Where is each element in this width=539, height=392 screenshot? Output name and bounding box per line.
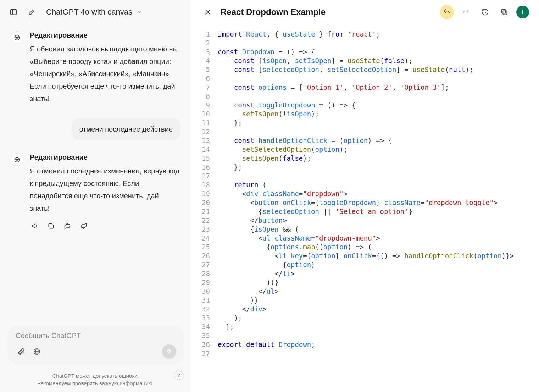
history-icon: [481, 8, 489, 16]
code-line[interactable]: const handleOptionClick = (option) => {: [218, 136, 514, 145]
svg-rect-0: [11, 10, 17, 15]
message-actions: [30, 221, 180, 231]
line-number: 20: [191, 198, 210, 207]
canvas-panel: React Dropdown Example T 123⌄456789⌄1011…: [191, 0, 539, 392]
code-line[interactable]: <ul className="dropdown-menu">: [218, 234, 514, 243]
code-line[interactable]: [218, 39, 514, 48]
code-line[interactable]: {option}: [218, 260, 514, 269]
code-line[interactable]: setSelectedOption(option);: [218, 145, 514, 154]
panel-icon: [10, 8, 17, 16]
model-picker[interactable]: ChatGPT 4o with canvas: [44, 7, 145, 17]
copy-message-button[interactable]: [46, 221, 56, 231]
copy-canvas-button[interactable]: [497, 5, 511, 19]
line-number: 35: [191, 331, 210, 340]
redo-icon: [462, 8, 470, 16]
line-number: 6: [191, 74, 210, 83]
chat-scroll[interactable]: Редактирование Я обновил заголовок выпад…: [0, 24, 191, 321]
line-number: 16: [191, 163, 210, 172]
web-button[interactable]: [30, 345, 43, 358]
code-line[interactable]: };: [218, 163, 514, 172]
code-line[interactable]: const Dropdown = () => {: [218, 48, 514, 56]
line-number: 12: [191, 127, 210, 136]
code-line[interactable]: const [selectedOption, setSelectedOption…: [218, 65, 514, 74]
copy-icon: [48, 222, 55, 230]
line-number: 14: [191, 145, 210, 154]
code-line[interactable]: )}: [218, 296, 514, 305]
line-number: 19: [191, 189, 210, 198]
code-line[interactable]: ))}: [218, 278, 514, 287]
line-number: 7: [191, 83, 210, 92]
line-number: 25: [191, 243, 210, 252]
line-number: 5: [191, 65, 210, 74]
line-number: 4: [191, 56, 210, 65]
question-icon: ?: [177, 372, 180, 378]
code-line[interactable]: </button>: [218, 216, 514, 225]
code-editor[interactable]: 123⌄456789⌄10111213⌄14151617181920212223…: [191, 24, 539, 392]
code-line[interactable]: <button onClick={toggleDropdown} classNa…: [218, 198, 514, 207]
line-number: 27: [191, 260, 210, 269]
line-number: 36: [191, 340, 210, 349]
code-line[interactable]: <li key={option} onClick={() => handleOp…: [218, 252, 514, 260]
line-number: 15: [191, 154, 210, 163]
disclaimer-line-2: Рекомендуем проверять важную информацию.: [14, 380, 177, 387]
user-avatar[interactable]: T: [516, 6, 529, 18]
code-line[interactable]: </div>: [218, 305, 514, 314]
model-label: ChatGPT 4o with canvas: [46, 7, 132, 17]
thumbs-up-button[interactable]: [62, 221, 72, 231]
assistant-message-title: Редактирование: [30, 153, 180, 161]
code-line[interactable]: {options.map((option) => (: [218, 243, 514, 252]
attach-button[interactable]: [15, 345, 28, 358]
history-button[interactable]: [478, 5, 492, 19]
chevron-down-icon: [135, 9, 143, 15]
code-line[interactable]: export default Dropdown;: [218, 340, 514, 349]
code-line[interactable]: </li>: [218, 269, 514, 278]
code-line[interactable]: const options = ['Option 1', 'Option 2',…: [218, 83, 514, 92]
code-line[interactable]: [218, 74, 514, 83]
disclaimer: ChatGPT может допускать ошибки. Рекоменд…: [0, 369, 191, 392]
svg-rect-14: [502, 10, 506, 13]
canvas-title: React Dropdown Example: [221, 7, 433, 17]
send-button[interactable]: [162, 344, 176, 359]
code-line[interactable]: {isOpen && (: [218, 225, 514, 234]
help-button[interactable]: ?: [174, 371, 183, 380]
thumbs-down-button[interactable]: [79, 221, 89, 231]
code-line[interactable]: };: [218, 322, 514, 331]
code-line[interactable]: </ul>: [218, 287, 514, 296]
code-line[interactable]: {selectedOption || 'Select an option'}: [218, 207, 514, 216]
new-chat-button[interactable]: [26, 6, 38, 18]
close-canvas-button[interactable]: [201, 6, 214, 18]
composer-input[interactable]: [15, 331, 176, 340]
disclaimer-line-1: ChatGPT может допускать ошибки.: [14, 372, 177, 380]
code-line[interactable]: <div className="dropdown">: [218, 189, 514, 198]
line-number: 29: [191, 278, 210, 287]
arrow-up-icon: [166, 348, 173, 355]
sidebar-toggle-button[interactable]: [7, 6, 20, 18]
code-line[interactable]: [218, 349, 514, 358]
line-number: 17: [191, 172, 210, 181]
svg-marker-4: [32, 224, 35, 228]
code-line[interactable]: [218, 331, 514, 340]
redo-button[interactable]: [459, 5, 473, 19]
copy-icon: [500, 8, 508, 16]
line-number: 31: [191, 296, 210, 305]
assistant-logo-icon: [13, 34, 21, 41]
line-number: 23: [191, 225, 210, 234]
code-line[interactable]: setIsOpen(!isOpen);: [218, 110, 514, 118]
code-line[interactable]: };: [218, 118, 514, 127]
line-number: 26: [191, 252, 210, 260]
code-line[interactable]: const [isOpen, setIsOpen] = useState(fal…: [218, 56, 514, 65]
read-aloud-button[interactable]: [30, 221, 40, 231]
svg-rect-6: [49, 223, 52, 227]
code-line[interactable]: );: [218, 314, 514, 322]
code-line[interactable]: import React, { useState } from 'react';: [218, 30, 514, 39]
code-content[interactable]: import React, { useState } from 'react';…: [213, 24, 514, 392]
code-line[interactable]: return (: [218, 181, 514, 189]
code-line[interactable]: [218, 92, 514, 101]
code-line[interactable]: const toggleDropdown = () => {: [218, 101, 514, 110]
undo-button[interactable]: [440, 5, 454, 19]
user-message: отмени последнее действие: [11, 118, 180, 140]
code-line[interactable]: [218, 172, 514, 181]
assistant-message: Редактирование Я отменил последнее измен…: [11, 153, 180, 231]
code-line[interactable]: setIsOpen(false);: [218, 154, 514, 163]
code-line[interactable]: [218, 127, 514, 136]
